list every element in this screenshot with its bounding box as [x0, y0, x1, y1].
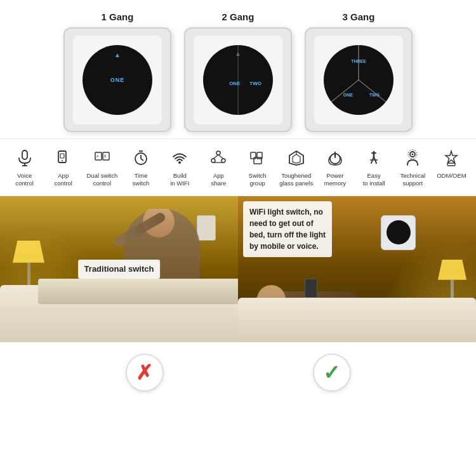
- check-circle: ✓: [313, 354, 351, 392]
- photos-section: Traditional switch WiFi light switch, no…: [0, 196, 476, 342]
- install-icon: [365, 149, 383, 170]
- wifi-caption-box: WiFi light switch, noneed to get out ofb…: [243, 201, 332, 257]
- time-icon: [132, 149, 150, 170]
- svg-text:A: A: [96, 154, 99, 158]
- voice-icon: [16, 149, 34, 170]
- gang-2-divider: [238, 45, 239, 115]
- feature-group: Switchgroup: [238, 147, 277, 190]
- feature-app-label: Appcontrol: [54, 172, 72, 188]
- feature-dual-label: Dual switchcontrol: [87, 172, 118, 188]
- feature-dual: A B Dual switchcontrol: [83, 147, 121, 190]
- svg-point-20: [221, 159, 225, 163]
- feature-voice: Voicecontrol: [5, 147, 44, 190]
- photo-left: Traditional switch: [0, 196, 238, 342]
- glass-icon: [288, 149, 305, 170]
- feature-power: Powermemory: [315, 147, 354, 190]
- wifi-indicator: ▲: [114, 51, 121, 58]
- small-circle-switch: [387, 220, 411, 244]
- photo-right: WiFi light switch, noneed to get out ofb…: [238, 196, 476, 342]
- right-bed: [238, 298, 476, 342]
- gang-2-item: 2 Gang ▲ ONE TWO: [184, 11, 292, 132]
- gang-1-text: ONE: [110, 77, 125, 83]
- cross-circle: ✗: [126, 354, 164, 392]
- svg-line-22: [218, 155, 223, 159]
- dual-icon: A B: [93, 149, 111, 170]
- gang-3-box: THREE ONE TWO: [305, 27, 413, 132]
- gang-3-label-one: ONE: [343, 93, 353, 97]
- feature-time: Timeswitch: [121, 147, 160, 190]
- rating-positive: ✓: [313, 354, 351, 392]
- gang-2-label-two: TWO: [249, 81, 261, 86]
- svg-rect-8: [60, 154, 64, 158]
- feature-wifi: Buildin WIFI: [161, 147, 199, 190]
- gang-2-inner: ▲ ONE TWO: [194, 36, 282, 124]
- gang-3-item: 3 Gang THREE ONE TWO: [305, 11, 413, 132]
- gang-2-box: ▲ ONE TWO: [184, 27, 292, 132]
- share-icon: [209, 149, 227, 170]
- wifi-build-icon: [171, 149, 188, 170]
- gang-1-circle: ▲ ONE: [83, 45, 152, 115]
- gang-3-label-three: THREE: [351, 59, 366, 63]
- svg-line-15: [141, 159, 143, 161]
- svg-point-18: [216, 151, 220, 155]
- feature-tech: Technicalsupport: [393, 147, 432, 190]
- phone-visual: [305, 279, 317, 298]
- feature-wifi-label: Buildin WIFI: [170, 172, 189, 188]
- svg-point-17: [178, 161, 181, 164]
- feature-app: Appcontrol: [44, 147, 83, 190]
- svg-point-7: [62, 160, 63, 161]
- feature-time-label: Timeswitch: [133, 172, 149, 188]
- gang-3-circle: THREE ONE TWO: [324, 45, 393, 115]
- feature-glass-label: Toughenedglass panels: [279, 172, 313, 188]
- gang-3-inner: THREE ONE TWO: [314, 36, 403, 124]
- feature-power-label: Powermemory: [324, 172, 346, 188]
- gang-1-box: ▲ ONE: [63, 27, 171, 132]
- gang-2-label: 2 Gang: [222, 11, 255, 22]
- wall-switch-device: [381, 215, 416, 250]
- svg-rect-3: [22, 150, 27, 159]
- group-icon: [249, 149, 267, 170]
- tech-icon: [404, 149, 421, 170]
- cross-mark: ✗: [136, 362, 153, 383]
- svg-rect-41: [447, 163, 455, 166]
- feature-share-label: Appshare: [211, 172, 227, 188]
- svg-text:B: B: [104, 154, 107, 158]
- gang-3-label-two: TWO: [369, 93, 380, 97]
- feature-glass: Toughenedglass panels: [277, 147, 315, 190]
- check-mark: ✓: [323, 362, 340, 383]
- app-icon: [55, 149, 72, 170]
- feature-share: Appshare: [199, 147, 238, 190]
- svg-marker-28: [293, 154, 300, 163]
- gangs-section: 1 Gang ▲ ONE 2 Gang ▲ ONE TWO: [0, 0, 476, 138]
- features-section: Voicecontrol Appcontrol A B Dual switchc…: [0, 138, 476, 196]
- gang-2-label-one: ONE: [229, 81, 240, 86]
- svg-line-21: [213, 155, 218, 159]
- pillow: [38, 279, 238, 304]
- feature-voice-label: Voicecontrol: [15, 172, 34, 188]
- feature-group-label: Switchgroup: [249, 172, 267, 188]
- feature-tech-label: Technicalsupport: [400, 172, 425, 188]
- feature-install: Easyto install: [355, 147, 393, 190]
- power-icon: [326, 149, 344, 170]
- svg-point-19: [211, 159, 215, 163]
- rating-negative: ✗: [126, 354, 164, 392]
- odm-icon: [442, 149, 460, 170]
- gang-1-inner: ▲ ONE: [73, 36, 162, 124]
- traditional-caption: Traditional switch: [78, 260, 161, 279]
- feature-odm: ODM/OEM: [432, 147, 471, 190]
- feature-install-label: Easyto install: [363, 172, 385, 188]
- gang-3-dividers-svg: [324, 45, 393, 115]
- gang-1-label: 1 Gang: [102, 11, 134, 22]
- svg-point-39: [412, 154, 414, 156]
- gang-2-circle: ▲ ONE TWO: [203, 45, 273, 115]
- gang-1-item: 1 Gang ▲ ONE: [63, 11, 171, 132]
- rating-section: ✗ ✓: [0, 342, 476, 403]
- feature-odm-label: ODM/OEM: [437, 172, 466, 180]
- gang-3-label: 3 Gang: [343, 11, 375, 22]
